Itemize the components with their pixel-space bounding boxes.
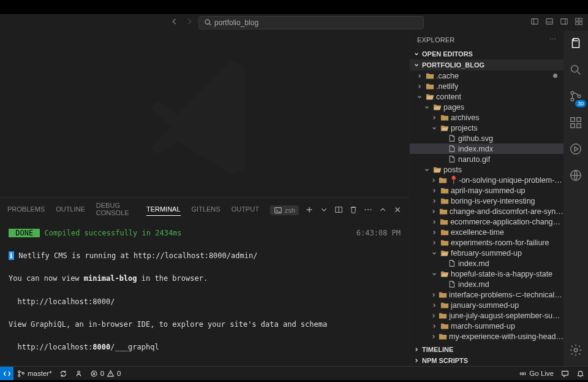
close-panel-icon[interactable] bbox=[393, 205, 402, 215]
sync-button[interactable] bbox=[56, 370, 71, 378]
explorer-more-icon[interactable]: ⋯ bbox=[549, 36, 556, 44]
project-section[interactable]: PORTFOLIO_BLOG bbox=[410, 59, 564, 71]
chevron-icon[interactable] bbox=[431, 334, 437, 340]
chevron-icon[interactable] bbox=[431, 271, 438, 277]
chevron-icon[interactable] bbox=[431, 292, 437, 298]
svg-rect-3 bbox=[561, 19, 568, 25]
tree-folder-10[interactable]: 📍-on-solving-unique-problem-statements bbox=[410, 175, 564, 185]
tree-folder-9[interactable]: posts bbox=[410, 164, 564, 175]
tree-folder-23[interactable]: june-july-august-september-summed-up bbox=[410, 310, 564, 321]
chevron-icon[interactable] bbox=[416, 83, 423, 90]
remote-indicator[interactable] bbox=[0, 367, 13, 380]
chevron-icon[interactable] bbox=[416, 94, 423, 100]
tree-folder-11[interactable]: april-may-summed-up bbox=[410, 185, 564, 196]
tree-folder-2[interactable]: content bbox=[410, 91, 564, 102]
chevron-icon[interactable] bbox=[431, 208, 437, 215]
tree-folder-15[interactable]: excellence-time bbox=[410, 227, 564, 237]
npm-scripts-section[interactable]: NPM SCRIPTS bbox=[410, 355, 564, 366]
tab-debug-console[interactable]: DEBUG CONSOLE bbox=[96, 202, 135, 219]
tree-folder-24[interactable]: march-summed-up bbox=[410, 321, 564, 331]
tab-outline[interactable]: OUTLINE bbox=[56, 205, 85, 215]
more-actions-icon[interactable] bbox=[364, 205, 372, 215]
feedback-button[interactable] bbox=[557, 370, 573, 378]
layout-customize-icon[interactable] bbox=[575, 17, 583, 28]
explorer-title: EXPLORER bbox=[417, 36, 455, 44]
problems-status[interactable]: 0 0 bbox=[86, 370, 125, 378]
tree-file-8[interactable]: naruto.gif bbox=[410, 154, 564, 164]
tree-folder-14[interactable]: ecommerce-application-changelog bbox=[410, 216, 564, 227]
tree-folder-13[interactable]: change-and-discomfort-are-synonyms bbox=[410, 206, 564, 216]
tree-file-7[interactable]: index.mdx bbox=[410, 143, 564, 154]
nav-back-icon[interactable] bbox=[170, 17, 179, 28]
tree-folder-21[interactable]: interface-problems-⊂-technical-problems bbox=[410, 289, 564, 300]
activity-explorer[interactable] bbox=[569, 37, 582, 52]
folder-icon bbox=[440, 124, 449, 132]
activity-search[interactable] bbox=[569, 63, 582, 78]
tree-folder-3[interactable]: pages bbox=[410, 102, 564, 112]
tree-folder-22[interactable]: january-summed-up bbox=[410, 300, 564, 310]
activity-extensions[interactable] bbox=[569, 116, 582, 131]
tree-folder-17[interactable]: february-summed-up bbox=[410, 248, 564, 258]
activity-remote[interactable] bbox=[569, 169, 582, 184]
tree-folder-12[interactable]: boring-is-very-interesting bbox=[410, 196, 564, 206]
chevron-icon[interactable] bbox=[423, 104, 431, 110]
layout-panel-icon[interactable] bbox=[545, 17, 554, 28]
timeline-section[interactable]: TIMELINE bbox=[410, 344, 564, 355]
terminal-dropdown-icon[interactable] bbox=[320, 205, 328, 215]
activity-settings[interactable] bbox=[569, 343, 582, 359]
svg-point-27 bbox=[77, 371, 80, 373]
chevron-icon[interactable] bbox=[431, 250, 438, 256]
tree-folder-1[interactable]: .netlify bbox=[410, 81, 564, 91]
command-center[interactable]: portfolio_blog bbox=[198, 16, 424, 29]
tree-label: posts bbox=[443, 166, 462, 174]
tree-folder-16[interactable]: experiments-room-for-failiure bbox=[410, 237, 564, 248]
layout-sidebar-right-icon[interactable] bbox=[560, 17, 568, 28]
chevron-icon[interactable] bbox=[431, 177, 437, 183]
tab-terminal[interactable]: TERMINAL bbox=[146, 205, 181, 216]
go-live-button[interactable]: Go Live bbox=[515, 370, 557, 378]
chevron-icon[interactable] bbox=[431, 219, 438, 225]
tab-output[interactable]: OUTPUT bbox=[232, 205, 259, 215]
chevron-icon[interactable] bbox=[431, 125, 438, 131]
kill-terminal-icon[interactable] bbox=[349, 205, 358, 215]
terminal-shell-selector[interactable]: zsh bbox=[270, 205, 299, 215]
chevron-icon[interactable] bbox=[431, 323, 438, 329]
chevron-icon[interactable] bbox=[416, 73, 423, 79]
tree-folder-19[interactable]: hopeful-state-is-a-happy-state bbox=[410, 269, 564, 279]
chevron-icon[interactable] bbox=[431, 198, 438, 204]
chevron-icon[interactable] bbox=[431, 240, 438, 246]
terminal-content[interactable]: DONE Compiled successfully in 2434ms6:43… bbox=[0, 223, 409, 366]
chevron-icon[interactable] bbox=[431, 313, 437, 319]
split-terminal-icon[interactable] bbox=[334, 205, 343, 215]
tree-label: archives bbox=[451, 113, 480, 122]
tree-folder-25[interactable]: my-experience-with-using-headless-cms... bbox=[410, 331, 564, 342]
open-editors-section[interactable]: OPEN EDITORS bbox=[410, 48, 564, 59]
tree-file-18[interactable]: index.md bbox=[410, 258, 564, 269]
tab-gitlens[interactable]: GITLENS bbox=[192, 205, 221, 215]
chevron-icon[interactable] bbox=[431, 302, 438, 308]
chevron-icon[interactable] bbox=[431, 188, 438, 194]
tree-file-20[interactable]: index.md bbox=[410, 279, 564, 289]
new-terminal-icon[interactable] bbox=[305, 205, 314, 215]
chevron-icon[interactable] bbox=[431, 115, 438, 121]
panel-tabs: PROBLEMS OUTLINE DEBUG CONSOLE TERMINAL … bbox=[0, 198, 409, 223]
tree-folder-5[interactable]: projects bbox=[410, 123, 564, 133]
activity-source-control[interactable]: 30 bbox=[569, 90, 582, 105]
live-share[interactable] bbox=[71, 370, 86, 378]
tab-problems[interactable]: PROBLEMS bbox=[7, 205, 45, 215]
folder-icon bbox=[440, 113, 449, 122]
file-icon bbox=[447, 134, 456, 142]
maximize-panel-icon[interactable] bbox=[379, 205, 387, 215]
tree-folder-0[interactable]: .cache bbox=[410, 71, 564, 81]
tree-folder-4[interactable]: archives bbox=[410, 112, 564, 123]
svg-point-14 bbox=[571, 91, 574, 94]
chevron-icon[interactable] bbox=[431, 229, 438, 235]
git-branch[interactable]: master* bbox=[13, 370, 56, 378]
tree-file-6[interactable]: github.svg bbox=[410, 133, 564, 143]
layout-sidebar-left-icon[interactable] bbox=[530, 17, 539, 28]
nav-forward-icon[interactable] bbox=[185, 17, 194, 28]
chevron-icon[interactable] bbox=[423, 167, 431, 173]
tree-label: 📍-on-solving-unique-problem-statements bbox=[449, 175, 564, 185]
activity-run-debug[interactable] bbox=[569, 142, 582, 158]
notifications-button[interactable] bbox=[573, 370, 588, 378]
